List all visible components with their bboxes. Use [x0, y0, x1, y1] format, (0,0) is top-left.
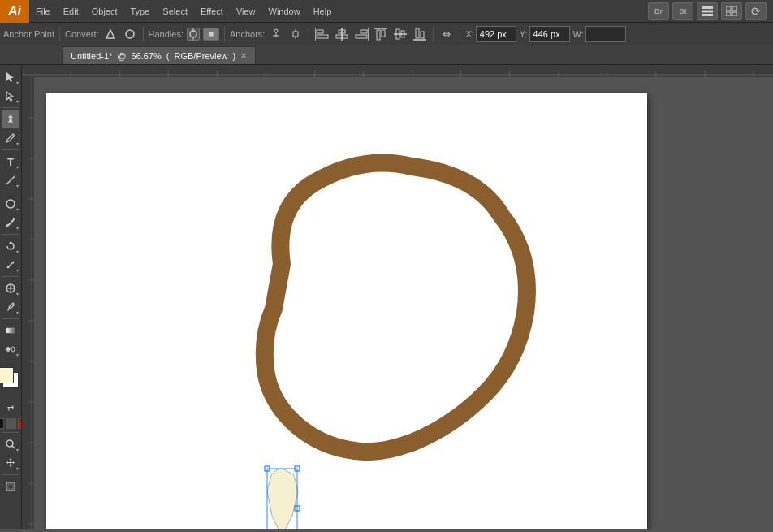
pen-tool[interactable]	[2, 110, 19, 128]
selection-tool[interactable]: ▾	[2, 68, 19, 86]
tool-sep4	[2, 234, 19, 235]
svg-rect-18	[317, 35, 328, 38]
svg-rect-6	[732, 12, 737, 16]
swap-colors-btn[interactable]: ⇄	[2, 399, 19, 417]
tool-arrow11: ▾	[16, 309, 19, 315]
canvas-area[interactable]	[22, 65, 773, 529]
menu-effect[interactable]: Effect	[194, 0, 230, 22]
tool-arrow4: ▾	[16, 164, 19, 170]
tool-arrow8: ▾	[16, 249, 19, 254]
align-middle-btn[interactable]	[392, 26, 408, 42]
svg-rect-24	[356, 35, 367, 38]
align-center-btn[interactable]	[334, 26, 350, 42]
svg-rect-14	[293, 32, 298, 37]
artboard	[46, 93, 647, 529]
convert-smooth-btn[interactable]	[122, 26, 138, 42]
line-tool[interactable]: ▾	[2, 171, 19, 189]
eyedropper-tool[interactable]: ▾	[2, 298, 19, 316]
type-tool[interactable]: T ▾	[2, 153, 19, 171]
selected-shape[interactable]	[267, 469, 298, 529]
stock-icon-btn[interactable]: St	[672, 2, 693, 20]
w-coord-group: W:	[573, 26, 626, 42]
svg-point-45	[11, 347, 15, 352]
ruler-top	[22, 65, 773, 77]
anchors-icon2[interactable]	[287, 26, 304, 42]
color-swatch-area	[0, 365, 22, 396]
menu-edit[interactable]: Edit	[57, 0, 85, 22]
svg-line-48	[12, 446, 15, 448]
anchors-label: Anchors:	[230, 29, 265, 39]
sync-icon-btn[interactable]: ⟳	[745, 2, 767, 20]
handles-icon[interactable]	[187, 28, 200, 41]
menu-items: File Edit Object Type Select Effect View…	[29, 0, 338, 22]
align-right-btn[interactable]	[353, 26, 369, 42]
sep2	[143, 27, 144, 41]
svg-rect-17	[317, 30, 323, 33]
tool-sep8	[2, 432, 19, 433]
gray-swatch[interactable]	[6, 418, 16, 429]
svg-rect-4	[732, 6, 737, 11]
y-value[interactable]: 446 px	[529, 26, 570, 42]
svg-rect-50	[8, 484, 13, 489]
blend-tool[interactable]: ▾	[2, 340, 19, 358]
tool-arrow13: ▾	[16, 447, 19, 452]
tool-arrow9: ▾	[16, 267, 19, 273]
convert-corner-btn[interactable]	[102, 26, 119, 42]
menu-object[interactable]: Object	[85, 0, 124, 22]
menu-view[interactable]: View	[230, 0, 262, 22]
svg-rect-0	[702, 6, 713, 9]
svg-rect-23	[361, 30, 367, 33]
tab-close-btn[interactable]: ✕	[240, 51, 247, 60]
artwork	[46, 93, 647, 529]
color-mode-row	[0, 418, 22, 429]
sep5	[433, 27, 434, 41]
svg-rect-1	[702, 10, 713, 12]
gradient-tool[interactable]	[2, 322, 19, 340]
main-layout: ▾ ▾ ▾ T ▾ ▾	[0, 65, 773, 529]
y-label: Y:	[520, 29, 528, 39]
x-value[interactable]: 492 px	[476, 26, 516, 42]
artboard-tool[interactable]	[2, 478, 19, 495]
tool-arrow10: ▾	[16, 291, 19, 296]
pan-tool[interactable]: ▾	[2, 454, 19, 472]
menu-select[interactable]: Select	[156, 0, 194, 22]
align-top-btn[interactable]	[373, 26, 389, 42]
distribute-h-btn[interactable]: ⇔	[438, 26, 455, 42]
svg-rect-51	[22, 65, 773, 77]
w-value[interactable]	[585, 26, 626, 42]
menu-type[interactable]: Type	[124, 0, 157, 22]
zoom-tool[interactable]: ▾	[2, 435, 19, 453]
x-label: X:	[465, 29, 473, 39]
shape-builder-tool[interactable]: ▾	[2, 279, 19, 297]
tool-arrow2: ▾	[16, 98, 19, 104]
app-logo: Ai	[0, 0, 29, 23]
scale-tool[interactable]: ▾	[2, 256, 19, 274]
arrange-icon-btn[interactable]	[721, 2, 742, 20]
direct-selection-tool[interactable]: ▾	[2, 87, 19, 105]
sep4	[309, 27, 309, 41]
foreground-swatch[interactable]	[0, 367, 14, 383]
menu-file[interactable]: File	[29, 0, 57, 22]
align-left-btn[interactable]	[314, 26, 330, 42]
sep1	[59, 27, 60, 41]
menu-bar: Ai File Edit Object Type Select Effect V…	[0, 0, 773, 23]
ellipse-tool[interactable]: ▾	[2, 195, 19, 213]
rotate-tool[interactable]: ▾	[2, 237, 19, 255]
anchors-icon[interactable]	[268, 26, 284, 42]
handles-square-btn[interactable]: ■	[203, 28, 219, 41]
document-tab[interactable]: Untitled-1* @ 66.67% ( RGB/Preview ) ✕	[62, 46, 256, 64]
handles-label: Handles:	[149, 29, 184, 39]
tool-sep6	[2, 318, 19, 319]
workspace-icon-btn[interactable]	[697, 2, 718, 20]
bridge-icon-btn[interactable]: Br	[648, 2, 669, 20]
tool-arrow12: ▾	[16, 352, 19, 357]
pencil-tool[interactable]: ▾	[2, 129, 19, 147]
menu-window[interactable]: Window	[262, 0, 307, 22]
tab-bar: Untitled-1* @ 66.67% ( RGB/Preview ) ✕	[0, 45, 773, 65]
black-swatch[interactable]	[0, 418, 4, 429]
tool-arrow14: ▾	[16, 465, 19, 471]
align-bottom-btn[interactable]	[412, 26, 428, 42]
paintbrush-tool[interactable]: ▾	[2, 214, 19, 231]
menu-help[interactable]: Help	[307, 0, 339, 22]
svg-point-36	[6, 200, 15, 208]
